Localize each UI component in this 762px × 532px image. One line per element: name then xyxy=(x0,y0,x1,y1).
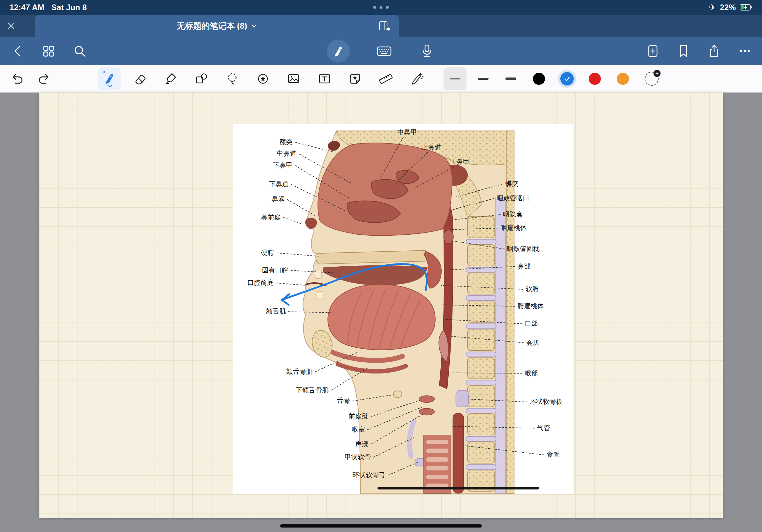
battery-percent: 22% xyxy=(720,3,736,12)
highlighter-tool-button[interactable] xyxy=(160,67,183,90)
undo-icon xyxy=(10,71,24,86)
redo-icon xyxy=(37,71,52,86)
status-time: 12:47 AM xyxy=(10,3,44,12)
microphone-button[interactable] xyxy=(419,43,435,59)
anatomy-label: 蝶突 xyxy=(505,180,518,187)
blue-swatch xyxy=(560,72,574,86)
anatomy-label: 咽隐窝 xyxy=(503,211,523,218)
ruler-tool-button[interactable] xyxy=(374,67,397,90)
orange-swatch xyxy=(617,73,629,85)
stroke-width-medium-button[interactable] xyxy=(472,67,495,90)
add-page-button[interactable] xyxy=(645,43,661,59)
undo-button[interactable] xyxy=(5,67,29,90)
anatomy-label: 咽鼓管圆枕 xyxy=(507,245,540,252)
ruler-icon xyxy=(378,71,393,86)
anatomy-label: 颏舌骨肌 xyxy=(286,368,313,375)
back-button[interactable] xyxy=(9,43,26,59)
redo-button[interactable] xyxy=(33,67,56,90)
status-bar: 12:47 AM Sat Jun 8 ✈ 22% xyxy=(0,0,762,15)
status-date: Sat Jun 8 xyxy=(51,3,87,12)
grid-icon xyxy=(41,44,55,58)
anatomy-label: 颏舌肌 xyxy=(266,307,286,315)
figure-underline xyxy=(377,487,539,490)
anatomy-label: 口部 xyxy=(525,320,538,327)
anatomy-label: 上鼻甲 xyxy=(450,158,470,165)
anatomy-label: 会厌 xyxy=(526,339,539,346)
red-swatch xyxy=(589,73,601,85)
black-swatch xyxy=(533,73,545,85)
anatomy-label: 鼻部 xyxy=(518,262,531,270)
plus-badge: + xyxy=(653,70,660,77)
document-tab[interactable]: 无标题的笔记本 (8) xyxy=(35,15,399,37)
image-tool-button[interactable] xyxy=(282,67,305,90)
lasso-tool-button[interactable] xyxy=(221,67,244,90)
pen-icon xyxy=(331,44,345,58)
anatomy-label: 声襞 xyxy=(355,440,368,447)
color-red-button[interactable] xyxy=(583,67,606,90)
share-button[interactable] xyxy=(706,43,723,59)
airplane-mode-icon: ✈ xyxy=(709,2,716,13)
notebook-page[interactable]: 额突中鼻道下鼻甲下鼻道鼻阈鼻前庭硬腭固有口腔口腔前庭颏舌肌颏舌骨肌下颌舌骨肌舌骨… xyxy=(39,93,723,518)
home-indicator[interactable] xyxy=(280,524,482,528)
lasso-icon xyxy=(225,71,240,86)
highlighter-icon xyxy=(164,71,178,86)
sticker-tool-button[interactable] xyxy=(252,67,274,90)
ellipsis-icon xyxy=(738,44,752,58)
anatomy-label: 下颌舌骨肌 xyxy=(296,386,329,394)
tab-overview-button[interactable] xyxy=(378,21,391,31)
thumbnails-button[interactable] xyxy=(40,43,57,59)
more-options-button[interactable] xyxy=(736,43,753,59)
tab-bar: 无标题的笔记本 (8) xyxy=(0,15,762,37)
anatomy-label: 下鼻道 xyxy=(269,180,289,187)
anatomy-label: 固有口腔 xyxy=(262,266,288,274)
anatomy-label: 咽扁桃体 xyxy=(501,224,527,231)
canvas-area: 额突中鼻道下鼻甲下鼻道鼻阈鼻前庭硬腭固有口腔口腔前庭颏舌肌颏舌骨肌下颌舌骨肌舌骨… xyxy=(0,93,762,532)
shapes-icon xyxy=(194,71,209,86)
battery-icon xyxy=(740,4,752,11)
anatomy-label: 环状软骨板 xyxy=(529,398,563,405)
anatomy-label: 喉室 xyxy=(352,426,365,433)
blue-swatch-ring xyxy=(558,70,576,88)
page-tabs-icon xyxy=(378,21,391,31)
share-icon xyxy=(707,44,721,58)
anatomy-label: 食管 xyxy=(547,451,560,458)
add-color-button[interactable]: + xyxy=(640,67,663,90)
pen-tool-icon xyxy=(102,70,118,87)
microphone-icon xyxy=(420,44,433,58)
anatomy-label: 环状软骨弓 xyxy=(352,471,385,478)
anatomy-label: 咽鼓管咽口 xyxy=(496,194,529,202)
add-page-icon xyxy=(646,44,660,58)
main-toolbar xyxy=(0,37,762,65)
multitasking-dots[interactable] xyxy=(373,6,389,9)
color-orange-button[interactable] xyxy=(611,67,634,90)
anatomy-label: 软腭 xyxy=(526,285,539,293)
laser-pointer-button[interactable] xyxy=(405,67,428,90)
stroke-width-thin-button[interactable] xyxy=(443,67,467,90)
anatomy-label: 气管 xyxy=(537,424,550,432)
anatomy-figure[interactable]: 额突中鼻道下鼻甲下鼻道鼻阈鼻前庭硬腭固有口腔口腔前庭颏舌肌颏舌骨肌下颌舌骨肌舌骨… xyxy=(233,124,573,494)
anatomy-label: 前庭襞 xyxy=(349,412,369,420)
tool-ribbon: + xyxy=(0,65,762,93)
text-tool-button[interactable] xyxy=(313,67,336,90)
anatomy-label: 鼻前庭 xyxy=(261,213,281,221)
search-button[interactable] xyxy=(71,43,88,59)
pen-mode-button[interactable] xyxy=(327,39,350,62)
color-black-button[interactable] xyxy=(527,67,551,90)
anatomy-label: 喉部 xyxy=(525,369,538,377)
color-blue-button[interactable] xyxy=(556,67,578,90)
anatomy-label: 中鼻道 xyxy=(277,150,296,157)
medium-line-icon xyxy=(478,78,489,80)
shapes-tool-button[interactable] xyxy=(190,67,213,90)
close-document-button[interactable] xyxy=(0,15,35,37)
pen-tool-button[interactable] xyxy=(98,67,121,90)
bookmark-button[interactable] xyxy=(675,43,692,59)
anatomy-label: 中鼻甲 xyxy=(397,128,417,136)
chevron-left-icon xyxy=(12,44,23,58)
eraser-tool-button[interactable] xyxy=(129,67,152,90)
document-title: 无标题的笔记本 (8) xyxy=(177,21,247,32)
elements-tool-button[interactable] xyxy=(344,67,367,90)
bookmark-icon xyxy=(676,44,691,58)
stroke-width-thick-button[interactable] xyxy=(499,67,522,90)
anatomy-label: 腭扁桃体 xyxy=(518,302,544,309)
keyboard-button[interactable] xyxy=(376,43,393,59)
